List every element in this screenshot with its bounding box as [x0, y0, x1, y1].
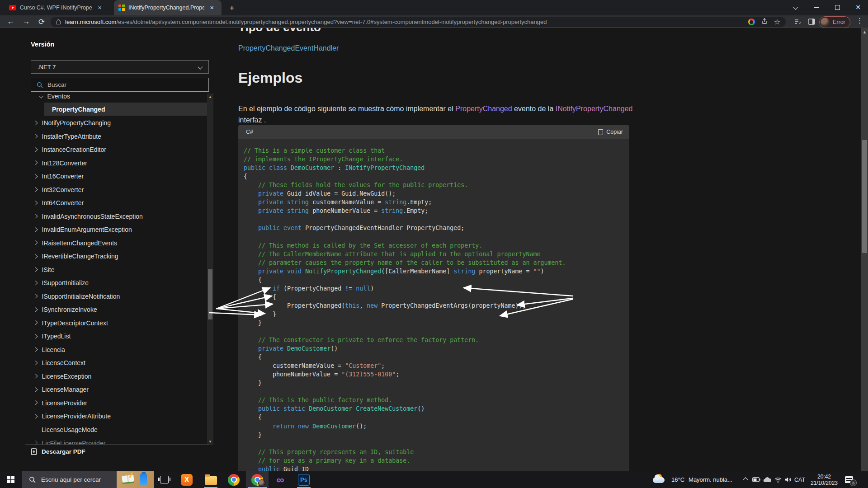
tree-item[interactable]: Int128Converter	[0, 156, 207, 169]
tree-item[interactable]: LicenseContext	[0, 357, 207, 370]
taskbar-app-chrome[interactable]	[223, 471, 245, 488]
bottle-icon	[140, 473, 147, 486]
tab-close-icon[interactable]: ✕	[208, 4, 216, 12]
forward-icon[interactable]: →	[20, 16, 33, 27]
tree-item[interactable]: Licencia	[0, 343, 207, 356]
tray-chevron-up-icon[interactable]	[740, 471, 751, 488]
tree-item-eventos[interactable]: Eventos	[0, 94, 207, 103]
event-handler-link[interactable]: PropertyChangedEventHandler	[238, 44, 339, 52]
reload-icon[interactable]: ⟳	[35, 16, 48, 27]
version-dropdown[interactable]: .NET 7	[31, 60, 209, 74]
version-value: .NET 7	[38, 64, 56, 70]
tab-close-icon[interactable]: ✕	[96, 4, 104, 12]
tree-item-selected[interactable]: PropertyChanged	[44, 103, 207, 116]
volume-icon[interactable]	[782, 471, 794, 488]
chevron-right-icon	[33, 347, 38, 352]
tree-item[interactable]: ITypedList	[0, 330, 207, 343]
scrollbar-thumb[interactable]	[208, 269, 212, 319]
tree-item[interactable]: InvalidAsynchronousStateException	[0, 210, 207, 223]
page-scrollbar[interactable]: ▲	[861, 28, 868, 471]
onedrive-icon[interactable]	[761, 471, 773, 488]
start-button[interactable]	[0, 471, 22, 488]
keyboard-language[interactable]: CAT	[794, 471, 806, 488]
minimize-button[interactable]	[807, 0, 826, 14]
tree-item[interactable]: Int64Converter	[0, 197, 207, 210]
close-button[interactable]: ✕	[848, 0, 868, 14]
tree-item[interactable]: IRaiseItemChangedEvents	[0, 236, 207, 249]
bookmark-star-icon[interactable]: ☆	[774, 18, 780, 26]
taskbar-clock[interactable]: 20:42 21/10/2023	[811, 471, 837, 488]
tree-item[interactable]: ISupportInitialize	[0, 277, 207, 290]
download-pdf-button[interactable]: Descargar PDF	[31, 446, 85, 457]
scroll-down-icon[interactable]: ▼	[207, 440, 213, 444]
tree-item[interactable]: LicenseProvider	[0, 396, 207, 409]
tree-item[interactable]: LicenseUsageMode	[0, 423, 207, 436]
tree-item-label: ISupportInitialize	[42, 279, 89, 286]
taskbar-app-chrome-profile[interactable]	[246, 471, 269, 488]
chevron-right-icon	[33, 174, 38, 178]
tree-item[interactable]: LicenseManager	[0, 383, 207, 396]
search-icon	[37, 82, 43, 88]
tree-item[interactable]: Int16Converter	[0, 170, 207, 183]
back-icon[interactable]: ←	[5, 16, 17, 27]
media-controls-icon[interactable]: ♪	[791, 16, 805, 27]
folder-icon	[205, 476, 217, 485]
chevron-right-icon	[33, 334, 38, 338]
tree-item[interactable]: IRevertibleChangeTracking	[0, 250, 207, 263]
docs-sidebar: Versión .NET 7 Buscar Eventos PropertyCh…	[0, 28, 214, 471]
chevron-right-icon	[33, 361, 38, 365]
chevron-right-icon	[33, 201, 38, 205]
tree-item[interactable]: ISite	[0, 263, 207, 276]
tree-item[interactable]: Int32Converter	[0, 183, 207, 196]
new-tab-button[interactable]: +	[226, 2, 238, 14]
taskbar-app-xampp[interactable]: X	[176, 471, 198, 488]
tree-item[interactable]: InvalidEnumArgumentException	[0, 223, 207, 236]
google-logo-icon[interactable]	[748, 19, 755, 25]
tree-item-label: InstallerTypeAttribute	[42, 133, 102, 140]
paragraph-text: interfaz .	[238, 116, 266, 124]
notification-center-button[interactable]: 3	[840, 471, 858, 488]
side-panel-icon[interactable]	[805, 16, 818, 27]
tree-item[interactable]: ISupportInitializeNotification	[0, 290, 207, 303]
tree-item[interactable]: InstanceCreationEditor	[0, 143, 207, 156]
tree-item[interactable]: LicenseException	[0, 370, 207, 383]
task-view-icon[interactable]	[160, 476, 169, 483]
chevron-right-icon	[33, 188, 38, 192]
address-bar[interactable]: learn.microsoft.com/es-es/dotnet/api/sys…	[51, 17, 786, 27]
tree-item-label: ISynchronizeInvoke	[42, 306, 97, 313]
code-line	[244, 439, 625, 448]
tree-item[interactable]: InstallerTypeAttribute	[0, 130, 207, 143]
inline-link[interactable]: PropertyChanged	[455, 105, 512, 113]
tree-item[interactable]: ITypeDescriptorContext	[0, 316, 207, 329]
scroll-up-icon[interactable]: ▲	[207, 95, 213, 99]
taskbar-weather[interactable]: 16°C Mayorm. nubla...	[653, 471, 732, 488]
tree-item[interactable]: LicenseProviderAttribute	[0, 410, 207, 423]
inline-link[interactable]: INotifyPropertyChanged	[556, 105, 633, 113]
sidebar-search-input[interactable]: Buscar	[31, 78, 209, 92]
browser-tab-docs[interactable]: INotifyPropertyChanged.Propert ✕	[114, 0, 222, 15]
browser-tab-youtube[interactable]: Curso C#. WPF INotifyPropertyC ✕	[5, 0, 112, 15]
code-line: // The constructor is private to enforce…	[244, 336, 625, 344]
battery-icon[interactable]	[750, 471, 762, 488]
tree-item[interactable]: INotifyPropertyChanging	[0, 117, 207, 130]
tree-item-label: ISupportInitializeNotification	[42, 293, 120, 300]
browser-menu-icon[interactable]: ⋮	[856, 17, 863, 25]
taskbar-search-input[interactable]: Escriu aquí per cercar	[22, 471, 154, 488]
bing-daily-image[interactable]	[117, 471, 154, 488]
tree-item[interactable]: ISynchronizeInvoke	[0, 303, 207, 316]
taskbar-app-visual-studio[interactable]: ∞	[269, 471, 291, 488]
site-info-lock-icon[interactable]	[56, 21, 61, 24]
scroll-up-icon[interactable]: ▲	[861, 30, 868, 34]
tab-search-icon[interactable]	[786, 0, 806, 14]
sidebar-scrollbar[interactable]: ▲ ▼	[207, 94, 213, 445]
code-line: {	[244, 413, 625, 422]
taskbar-app-explorer[interactable]	[200, 471, 222, 488]
taskbar-app-photoshop[interactable]: Ps	[293, 471, 315, 488]
share-icon[interactable]	[761, 18, 768, 26]
chevron-right-icon	[33, 254, 38, 258]
copy-button[interactable]: Copiar	[598, 129, 623, 135]
profile-button[interactable]: Error	[819, 16, 850, 28]
scrollbar-thumb[interactable]	[862, 140, 867, 253]
restore-button[interactable]	[827, 0, 847, 14]
url-text[interactable]: learn.microsoft.com/es-es/dotnet/api/sys…	[65, 19, 745, 25]
